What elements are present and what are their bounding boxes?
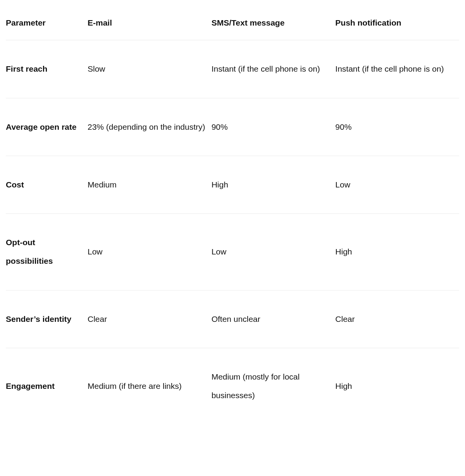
row-sms: Medium (mostly for local businesses) bbox=[212, 348, 336, 424]
row-push: Low bbox=[335, 156, 459, 213]
row-parameter: Cost bbox=[6, 156, 88, 213]
col-header-push: Push notification bbox=[335, 6, 459, 40]
col-header-email: E-mail bbox=[88, 6, 212, 40]
row-sms: 90% bbox=[212, 98, 336, 156]
row-sms: Low bbox=[212, 214, 336, 290]
table-row: Sender’s identity Clear Often unclear Cl… bbox=[6, 290, 459, 348]
row-sms: Often unclear bbox=[212, 290, 336, 348]
row-sms: High bbox=[212, 156, 336, 213]
row-parameter: Opt-out possibilities bbox=[6, 214, 88, 290]
row-email: Low bbox=[88, 214, 212, 290]
row-email: Clear bbox=[88, 290, 212, 348]
comparison-table: Parameter E-mail SMS/Text message Push n… bbox=[6, 6, 459, 424]
table-row: First reach Slow Instant (if the cell ph… bbox=[6, 40, 459, 98]
row-parameter: First reach bbox=[6, 40, 88, 98]
table-row: Cost Medium High Low bbox=[6, 156, 459, 213]
row-email: Medium (if there are links) bbox=[88, 348, 212, 424]
row-email: Slow bbox=[88, 40, 212, 98]
table-row: Average open rate 23% (depending on the … bbox=[6, 98, 459, 156]
row-sms: Instant (if the cell phone is on) bbox=[212, 40, 336, 98]
col-header-sms: SMS/Text message bbox=[212, 6, 336, 40]
col-header-parameter: Parameter bbox=[6, 6, 88, 40]
row-email: 23% (depending on the industry) bbox=[88, 98, 212, 156]
row-push: Clear bbox=[335, 290, 459, 348]
row-parameter: Sender’s identity bbox=[6, 290, 88, 348]
table-header-row: Parameter E-mail SMS/Text message Push n… bbox=[6, 6, 459, 40]
row-push: High bbox=[335, 348, 459, 424]
row-email: Medium bbox=[88, 156, 212, 213]
table-row: Opt-out possibilities Low Low High bbox=[6, 214, 459, 290]
row-parameter: Average open rate bbox=[6, 98, 88, 156]
table-row: Engagement Medium (if there are links) M… bbox=[6, 348, 459, 424]
row-push: High bbox=[335, 214, 459, 290]
row-push: 90% bbox=[335, 98, 459, 156]
row-push: Instant (if the cell phone is on) bbox=[335, 40, 459, 98]
row-parameter: Engagement bbox=[6, 348, 88, 424]
